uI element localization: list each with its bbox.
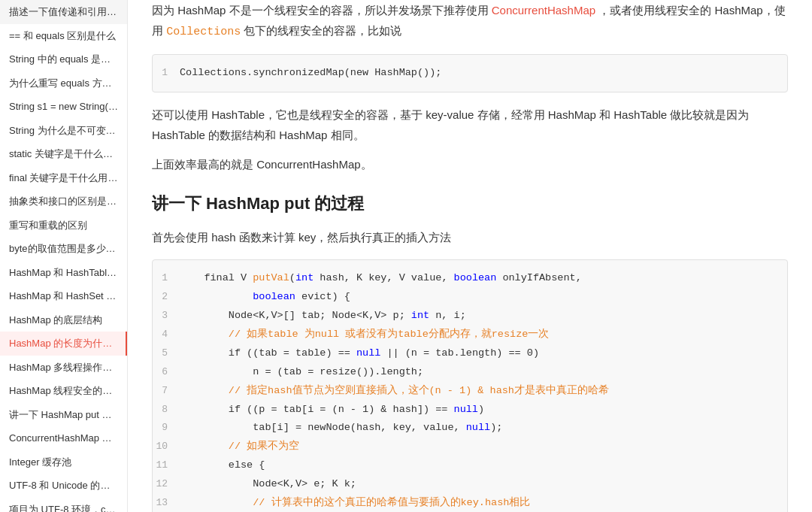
code-line-8: 8 if ((p = tab[i = (n - 1) & hash]) == n… — [153, 401, 787, 420]
code-text: Node<K,V>[] tab; Node<K,V> p; int n, i; — [180, 308, 466, 325]
code-line-1: 1 final V putVal(int hash, K key, V valu… — [153, 269, 787, 288]
sidebar-item-item-10[interactable]: 重写和重载的区别 — [0, 214, 127, 238]
code-text-simple: Collections.synchronizedMap(new HashMap(… — [180, 65, 441, 82]
line-number: 10 — [153, 438, 180, 455]
code-text: boolean evict) { — [180, 289, 350, 306]
sidebar-item-item-13[interactable]: HashMap 和 HashSet 的... — [0, 284, 127, 308]
code-text: Node<K,V> e; K k; — [180, 476, 356, 493]
sidebar-item-item-18[interactable]: 讲一下 HashMap put 的过程 — [0, 403, 127, 427]
code-text: // 如果不为空 — [180, 438, 299, 456]
simple-code-block: 1 Collections.synchronizedMap(new HashMa… — [152, 54, 788, 92]
code-line-10: 10 // 如果不为空 — [153, 438, 787, 456]
line-number: 12 — [153, 476, 180, 492]
code-text: // 计算表中的这个真正的哈希值与要插入的key.hash相比 — [180, 495, 530, 512]
section-title: 讲一下 HashMap put 的过程 — [152, 192, 788, 215]
main-content: 因为 HashMap 不是一个线程安全的容器，所以并发场景下推荐使用 Concu… — [128, 0, 812, 512]
code-line-7: 7 // 指定hash值节点为空则直接插入，这个(n - 1) & hash才是… — [153, 382, 787, 401]
sidebar-item-item-17[interactable]: HashMap 线程安全的实现... — [0, 379, 127, 403]
line-number: 3 — [153, 308, 180, 324]
sidebar-item-item-19[interactable]: ConcurrentHashMap 底... — [0, 426, 127, 450]
line-number: 11 — [153, 457, 180, 474]
collections-highlight: Collections — [166, 26, 241, 38]
concurrent-hashmap-highlight: ConcurrentHashMap — [492, 4, 595, 17]
code-line-5: 5 if ((tab = table) == null || (n = tab.… — [153, 344, 787, 363]
sidebar-item-item-11[interactable]: byte的取值范围是多少，... — [0, 237, 127, 261]
code-line-6: 6 n = (tab = resize()).length; — [153, 363, 787, 382]
code-line-9: 9 tab[i] = newNode(hash, key, value, nul… — [153, 419, 787, 438]
sidebar-item-item-9[interactable]: 抽象类和接口的区别是什么 — [0, 189, 127, 214]
sidebar-item-item-4[interactable]: 为什么重写 equals 方法必... — [0, 71, 127, 95]
code-text: final V putVal(int hash, K key, V value,… — [180, 270, 582, 287]
code-text: // 指定hash值节点为空则直接插入，这个(n - 1) & hash才是表中… — [180, 383, 609, 400]
sidebar-item-item-15[interactable]: HashMap 的长度为什么是... — [0, 332, 127, 356]
sidebar: 描述一下值传递和引用传...== 和 equals 区别是什么String 中的… — [0, 0, 128, 512]
sidebar-item-item-5[interactable]: String s1 = new String("a... — [0, 95, 127, 119]
code-line-3: 3 Node<K,V>[] tab; Node<K,V> p; int n, i… — [153, 307, 787, 326]
sidebar-item-item-21[interactable]: UTF-8 和 Unicode 的关系 — [0, 474, 127, 498]
sidebar-item-item-7[interactable]: static 关键字是干什么用的... — [0, 142, 127, 166]
line-number: 13 — [153, 495, 180, 511]
sidebar-item-item-3[interactable]: String 中的 equals 是如何... — [0, 47, 127, 71]
code-line-11: 11 else { — [153, 456, 787, 475]
line-num-simple: 1 — [153, 65, 180, 81]
sidebar-item-item-6[interactable]: String 为什么是不可变的，... — [0, 119, 127, 143]
line-number: 9 — [153, 420, 180, 436]
sidebar-item-item-22[interactable]: 项目为 UTF-8 环境，char... — [0, 498, 127, 513]
code-line-12: 12 Node<K,V> e; K k; — [153, 475, 787, 494]
line-number: 8 — [153, 401, 180, 418]
code-line-2: 2 boolean evict) { — [153, 288, 787, 307]
para-4: 首先会使用 hash 函数来计算 key，然后执行真正的插入方法 — [152, 227, 788, 247]
line-number: 7 — [153, 383, 180, 399]
code-text: tab[i] = newNode(hash, key, value, null)… — [180, 420, 502, 437]
line-number: 2 — [153, 289, 180, 305]
code-text: if ((p = tab[i = (n - 1) & hash]) == nul… — [180, 401, 484, 419]
sidebar-item-item-2[interactable]: == 和 equals 区别是什么 — [0, 24, 127, 48]
code-line-13: 13 // 计算表中的这个真正的哈希值与要插入的key.hash相比 — [153, 494, 787, 512]
sidebar-item-item-8[interactable]: final 关键字是干什么用的... — [0, 166, 127, 190]
sidebar-item-item-20[interactable]: Integer 缓存池 — [0, 450, 127, 474]
line-number: 1 — [153, 270, 180, 286]
line-number: 6 — [153, 364, 180, 380]
main-code-block: 1 final V putVal(int hash, K key, V valu… — [152, 259, 788, 512]
code-text: n = (tab = resize()).length; — [180, 364, 423, 381]
sidebar-item-item-16[interactable]: HashMap 多线程操作导致... — [0, 356, 127, 380]
code-text: // 如果table 为null 或者没有为table分配内存，就resize一… — [180, 326, 549, 344]
code-line-simple: 1 Collections.synchronizedMap(new HashMa… — [153, 64, 787, 83]
line-number: 4 — [153, 326, 180, 343]
intro-text-after: 包下的线程安全的容器，比如说 — [244, 24, 401, 37]
sidebar-item-item-12[interactable]: HashMap 和 HashTable... — [0, 261, 127, 285]
line-number: 5 — [153, 345, 180, 362]
sidebar-item-item-1[interactable]: 描述一下值传递和引用传... — [0, 0, 127, 24]
code-text: if ((tab = table) == null || (n = tab.le… — [180, 345, 539, 362]
para-2: 还可以使用 HashTable，它也是线程安全的容器，基于 key-value … — [152, 105, 788, 145]
intro-paragraph-1: 因为 HashMap 不是一个线程安全的容器，所以并发场景下推荐使用 Concu… — [152, 0, 788, 42]
sidebar-item-item-14[interactable]: HashMap 的底层结构 — [0, 308, 127, 332]
code-text: else { — [180, 457, 265, 474]
intro-text-before: 因为 HashMap 不是一个线程安全的容器，所以并发场景下推荐使用 — [152, 4, 489, 17]
code-line-4: 4 // 如果table 为null 或者没有为table分配内存，就resiz… — [153, 326, 787, 344]
para-3: 上面效率最高的就是 ConcurrentHashMap。 — [152, 154, 788, 174]
